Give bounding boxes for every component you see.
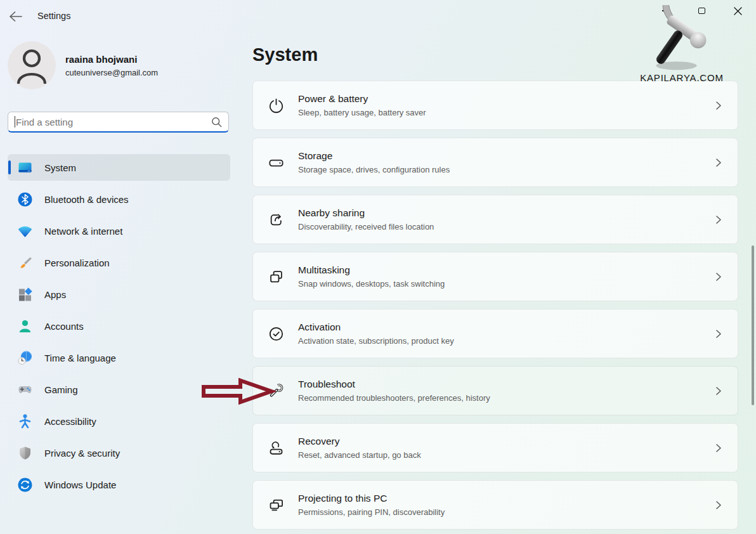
chevron-right-icon bbox=[713, 214, 724, 225]
setting-row-projecting[interactable]: Projecting to this PC Permissions, pairi… bbox=[252, 480, 738, 530]
sidebar-item-label: System bbox=[44, 162, 76, 173]
chevron-right-icon bbox=[713, 500, 724, 511]
gaming-icon bbox=[17, 382, 33, 398]
sidebar-item-privacy-security[interactable]: Privacy & security bbox=[8, 440, 230, 466]
setting-subtitle: Storage space, drives, configuration rul… bbox=[298, 165, 713, 174]
close-icon bbox=[734, 7, 742, 15]
sidebar-item-label: Windows Update bbox=[44, 479, 116, 490]
sidebar-item-label: Network & internet bbox=[44, 226, 122, 237]
text-caret bbox=[15, 116, 15, 127]
search-icon bbox=[211, 117, 222, 127]
settings-list: Power & battery Sleep, battery usage, ba… bbox=[252, 81, 738, 530]
projecting-icon bbox=[268, 497, 285, 514]
accessibility-icon bbox=[17, 414, 33, 429]
chevron-right-icon bbox=[713, 329, 724, 339]
minimize-button[interactable] bbox=[648, 0, 684, 22]
multitasking-icon bbox=[268, 268, 285, 285]
storage-icon bbox=[268, 154, 285, 171]
minimize-icon bbox=[662, 10, 669, 11]
setting-row-troubleshoot[interactable]: Troubleshoot Recommended troubleshooters… bbox=[252, 366, 738, 415]
scrollbar-thumb[interactable] bbox=[752, 245, 754, 405]
setting-subtitle: Snap windows, desktops, task switching bbox=[298, 279, 713, 289]
person-icon bbox=[15, 47, 48, 84]
system-icon bbox=[17, 160, 33, 176]
bluetooth-icon bbox=[17, 192, 33, 207]
sidebar-item-label: Apps bbox=[44, 289, 66, 300]
setting-row-nearby-sharing[interactable]: Nearby sharing Discoverability, received… bbox=[252, 195, 738, 244]
sidebar-item-gaming[interactable]: Gaming bbox=[8, 376, 230, 403]
activation-icon bbox=[268, 325, 285, 342]
selected-indicator bbox=[8, 160, 11, 174]
setting-title: Nearby sharing bbox=[298, 207, 713, 219]
accounts-icon bbox=[17, 318, 33, 334]
sidebar-item-label: Accounts bbox=[44, 321, 84, 332]
search-box[interactable] bbox=[8, 112, 229, 133]
privacy-security-icon bbox=[17, 445, 33, 461]
window-controls bbox=[648, 0, 756, 22]
account-email: cuteuniverse@gmail.com bbox=[65, 68, 158, 77]
setting-subtitle: Discoverability, received files location bbox=[298, 222, 713, 231]
account-section[interactable]: raaina bhojwani cuteuniverse@gmail.com bbox=[8, 41, 158, 89]
troubleshoot-icon bbox=[268, 382, 285, 400]
chevron-right-icon bbox=[713, 100, 724, 111]
page-title: System bbox=[252, 44, 318, 65]
setting-row-power-battery[interactable]: Power & battery Sleep, battery usage, ba… bbox=[252, 81, 738, 130]
sidebar-item-label: Bluetooth & devices bbox=[44, 194, 129, 205]
setting-title: Projecting to this PC bbox=[298, 493, 713, 504]
recovery-icon bbox=[268, 440, 285, 457]
sidebar-item-windows-update[interactable]: Windows Update bbox=[8, 471, 230, 498]
setting-subtitle: Sleep, battery usage, battery saver bbox=[298, 108, 713, 117]
sidebar-item-time-language[interactable]: Time & language bbox=[8, 344, 230, 371]
setting-title: Recovery bbox=[298, 436, 713, 447]
sidebar-item-apps[interactable]: Apps bbox=[8, 281, 230, 308]
maximize-button[interactable] bbox=[684, 0, 720, 22]
setting-title: Activation bbox=[298, 322, 713, 333]
chevron-right-icon bbox=[713, 271, 724, 282]
close-button[interactable] bbox=[720, 0, 756, 22]
settings-window: Settings bbox=[0, 0, 756, 534]
setting-subtitle: Reset, advanced startup, go back bbox=[298, 450, 713, 460]
sidebar-item-label: Privacy & security bbox=[44, 448, 120, 459]
back-arrow-icon bbox=[8, 10, 23, 23]
sidebar-item-personalization[interactable]: Personalization bbox=[8, 249, 230, 276]
sidebar-nav: System Bluetooth & devices Network & int… bbox=[8, 154, 230, 503]
chevron-right-icon bbox=[713, 443, 724, 453]
setting-row-multitasking[interactable]: Multitasking Snap windows, desktops, tas… bbox=[252, 252, 738, 301]
nearby-sharing-icon bbox=[268, 211, 285, 228]
sidebar-item-accessibility[interactable]: Accessibility bbox=[8, 408, 230, 434]
account-name: raaina bhojwani bbox=[65, 54, 158, 65]
setting-title: Power & battery bbox=[298, 93, 713, 105]
sidebar-item-system[interactable]: System bbox=[8, 154, 230, 181]
sidebar-item-bluetooth-devices[interactable]: Bluetooth & devices bbox=[8, 186, 230, 212]
setting-row-storage[interactable]: Storage Storage space, drives, configura… bbox=[252, 138, 738, 187]
personalization-icon bbox=[17, 255, 33, 271]
sidebar-item-label: Accessibility bbox=[44, 416, 96, 427]
chevron-right-icon bbox=[713, 157, 724, 168]
setting-row-activation[interactable]: Activation Activation state, subscriptio… bbox=[252, 309, 738, 358]
sidebar-item-network-internet[interactable]: Network & internet bbox=[8, 218, 230, 244]
setting-subtitle: Permissions, pairing PIN, discoverabilit… bbox=[298, 507, 713, 517]
chevron-right-icon bbox=[713, 386, 724, 396]
setting-title: Troubleshoot bbox=[298, 379, 713, 390]
sidebar-item-label: Time & language bbox=[44, 353, 116, 363]
setting-subtitle: Activation state, subscriptions, product… bbox=[298, 336, 713, 346]
maximize-icon bbox=[698, 8, 705, 15]
time-language-icon bbox=[17, 350, 33, 366]
back-button[interactable] bbox=[8, 10, 23, 23]
power-icon bbox=[268, 97, 285, 114]
sidebar-item-label: Gaming bbox=[44, 384, 78, 395]
windows-update-icon bbox=[17, 477, 33, 493]
avatar bbox=[8, 41, 56, 89]
setting-title: Storage bbox=[298, 150, 713, 162]
setting-subtitle: Recommended troubleshooters, preferences… bbox=[298, 393, 713, 403]
setting-row-recovery[interactable]: Recovery Reset, advanced startup, go bac… bbox=[252, 423, 738, 472]
setting-title: Multitasking bbox=[298, 264, 713, 276]
window-title: Settings bbox=[37, 11, 70, 21]
sidebar-item-label: Personalization bbox=[44, 257, 110, 268]
sidebar-item-accounts[interactable]: Accounts bbox=[8, 313, 230, 339]
apps-icon bbox=[17, 287, 33, 303]
search-input[interactable] bbox=[16, 117, 211, 127]
network-icon bbox=[17, 223, 33, 239]
